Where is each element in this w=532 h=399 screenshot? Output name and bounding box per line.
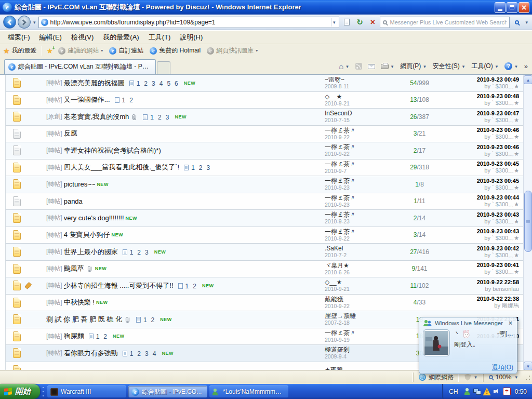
lastpost-author-link[interactable]: by bensonlau: [485, 286, 519, 292]
taskbar-task[interactable]: Warcraft III: [47, 385, 126, 397]
page-number-link[interactable]: 1: [137, 80, 140, 87]
thread-author-link[interactable]: 崖壁→叛離: [325, 312, 395, 320]
menu-item[interactable]: 我的最愛(A): [98, 32, 143, 43]
mail-button[interactable]: [366, 63, 377, 70]
menu-item[interactable]: 檔案(F): [3, 32, 35, 43]
scroll-thumb[interactable]: [524, 191, 532, 252]
page-number-link[interactable]: 1: [150, 114, 154, 121]
toolbar-overflow-icon[interactable]: »: [522, 62, 528, 70]
thread-author-link[interactable]: 一檸￡茶〃: [325, 228, 395, 235]
page-number-link[interactable]: 1: [96, 333, 100, 340]
thread-title-link[interactable]: 最漂亮美麗的祝福圖: [64, 78, 125, 88]
messenger-toast[interactable]: Windows Live Messenger ×: [419, 317, 517, 374]
feeds-button[interactable]: [353, 62, 364, 71]
thread-author-link[interactable]: 一檸￡茶〃: [325, 127, 395, 134]
thread-author-link[interactable]: ヾ臬月★: [325, 262, 395, 269]
network-icon[interactable]: [473, 388, 481, 395]
page-number-link[interactable]: 2: [193, 283, 196, 290]
page-number-link[interactable]: 5: [167, 80, 170, 87]
thread-author-link[interactable]: ◇__★: [325, 278, 395, 286]
page-number-link[interactable]: 2: [158, 114, 162, 121]
page-number-link[interactable]: 2: [199, 164, 203, 171]
thread-author-link[interactable]: 一檸￡茶〃: [325, 211, 395, 218]
thread-row[interactable]: [原創] 老老實實,我真的沒mh 123 NEW InSeconD 2010-7…: [6, 109, 523, 126]
thread-title-link[interactable]: 四大美女___當我看見此相後._傻笑了`!: [64, 163, 179, 172]
thread-row[interactable]: [轉帖] panda 一檸￡茶〃 2010-9-23 1 / 11 2010-9…: [6, 193, 523, 210]
msn-status-icon[interactable]: [463, 388, 471, 395]
new-tab-stub[interactable]: [157, 61, 170, 74]
lastpost-author-link[interactable]: by ` $300﹏★: [484, 151, 519, 157]
thread-title-link[interactable]: 少林寺的招生海報 .....可愛到不得了!!: [64, 281, 174, 290]
thread-author-link[interactable]: 一檸￡茶〃: [325, 194, 395, 202]
thread-title-link[interactable]: 世界上最小的國家: [64, 247, 118, 257]
lastpost-author-link[interactable]: by ` $300﹏★: [484, 184, 519, 191]
page-number-link[interactable]: 3: [152, 80, 155, 87]
restore-button[interactable]: [507, 2, 517, 13]
thread-row[interactable]: [轉帖] 反應 一檸￡茶〃 2010-9-22 3 / 21 2010-9-23…: [6, 126, 523, 143]
lastpost-author-link[interactable]: by ` $300﹏★: [484, 252, 519, 259]
favorites-bar-link[interactable]: e 建議的網站 ▾: [55, 45, 106, 56]
thread-author-link[interactable]: ~雷呀~: [325, 76, 395, 83]
taskbar-task[interactable]: e 綜合貼圖 - IPvE.CO...: [128, 385, 207, 397]
favorites-label[interactable]: 我的最愛: [12, 46, 37, 55]
lastpost-author-link[interactable]: by ` $300﹏★: [484, 201, 519, 208]
thread-title-link[interactable]: pictures~~: [64, 180, 96, 188]
thread-row[interactable]: [轉帖] 中秋快樂 ! NEW 戴能獲 2010-9-22 4 / 33 201…: [6, 295, 523, 312]
thread-row[interactable]: [轉帖] pictures~~ NEW 一檸￡茶〃 2010-9-23 1 / …: [6, 176, 523, 193]
avira-icon[interactable]: ☂: [503, 388, 511, 395]
url-text[interactable]: http://www.ipve.com/bbs/forumdisplay.php…: [50, 19, 329, 26]
page-number-link[interactable]: 3: [207, 164, 210, 171]
thread-row[interactable]: [轉帖] 少林寺的招生海報 .....可愛到不得了!! 12 NEW ◇__★ …: [6, 277, 523, 295]
search-go-button[interactable]: [511, 17, 523, 28]
favorites-bar-link[interactable]: e 免費的 Hotmail ▾: [147, 45, 204, 56]
forward-button[interactable]: [18, 16, 31, 29]
safety-menu-button[interactable]: 安全性(S)▾: [431, 61, 468, 72]
page-number-link[interactable]: 1: [191, 164, 195, 171]
thread-author-link[interactable]: 一檸￡茶〃: [325, 177, 395, 184]
lastpost-author-link[interactable]: by ` $300﹏★: [484, 100, 519, 107]
lastpost-author-link[interactable]: by ` $300﹏★: [484, 117, 519, 124]
vertical-scrollbar[interactable]: ▲ ▼: [523, 75, 532, 370]
minimize-button[interactable]: [495, 2, 506, 13]
lastpost-author-link[interactable]: by ` $300﹏★: [484, 218, 519, 225]
thread-author-link[interactable]: .SaKel: [325, 245, 395, 252]
page-number-link[interactable]: 4: [159, 80, 163, 87]
language-indicator[interactable]: CH: [447, 388, 460, 396]
thread-row[interactable]: [轉帖] 世界上最小的國家 123 NEW .SaKel 2010-7-2 27…: [6, 244, 523, 261]
page-number-link[interactable]: 1: [130, 249, 134, 256]
thread-title-link[interactable]: 看你眼力有多強勁: [64, 349, 118, 358]
page-number-link[interactable]: 2: [103, 333, 107, 340]
stop-button[interactable]: ×: [367, 17, 378, 28]
scroll-down-button[interactable]: ▼: [524, 362, 532, 370]
lastpost-author-link[interactable]: by ` $300﹏★: [484, 235, 519, 242]
page-number-link[interactable]: 1: [143, 316, 147, 324]
address-dropdown-icon[interactable]: ▾: [331, 18, 337, 26]
thread-title-link[interactable]: 反應: [64, 129, 77, 138]
page-number-link[interactable]: 3: [145, 350, 149, 357]
thread-title-link[interactable]: 幸運女神的祝福(會考試合格的)*): [64, 146, 161, 155]
home-button[interactable]: ⌂▾: [337, 61, 352, 72]
page-number-link[interactable]: 2: [144, 80, 148, 87]
page-number-link[interactable]: 3: [166, 114, 169, 121]
thread-title-link[interactable]: 又一強國傑作...: [64, 95, 110, 104]
menu-item[interactable]: 編輯(E): [35, 32, 66, 43]
thread-title-link[interactable]: 中秋快樂 !: [64, 298, 95, 307]
thread-title-link[interactable]: very cute's dog!!!!!!!!: [64, 214, 124, 222]
thread-title-link[interactable]: 測 試 你 肥 吾 肥 既 梳 化: [46, 315, 122, 324]
thread-author-link[interactable]: 一檸￡茶〃: [325, 329, 395, 337]
thread-title-link[interactable]: 狗屎麵: [64, 331, 84, 341]
thread-author-link[interactable]: 一檸￡茶〃: [325, 161, 395, 168]
thread-title-link[interactable]: 4 隻寶貝小狗仔: [64, 230, 110, 240]
add-favorite-icon[interactable]: ★: [47, 47, 54, 55]
recent-pages-dropdown-icon[interactable]: ▾: [32, 20, 37, 25]
tab-active[interactable]: e 綜合貼圖 - IPvE.COM vLan 互聯對戰論壇 - Powere..…: [4, 59, 156, 74]
page-number-link[interactable]: 2: [137, 249, 141, 256]
favorites-bar-link[interactable]: e 自訂連結 ▾: [106, 45, 147, 56]
page-number-link[interactable]: 1: [185, 283, 189, 290]
page-number-link[interactable]: 1: [122, 97, 126, 104]
page-menu-button[interactable]: 網頁(P)▾: [398, 61, 429, 72]
page-number-link[interactable]: 3: [145, 249, 149, 256]
toast-close-icon[interactable]: ×: [508, 320, 513, 327]
thread-row[interactable]: [轉帖] 颱風草 NEW ヾ臬月★ 2010-6-26 9 / 141 2010…: [6, 261, 523, 278]
thread-row[interactable]: [轉帖] 最漂亮美麗的祝福圖 123456 NEW ~雷呀~ 2009-8-11…: [6, 75, 523, 92]
